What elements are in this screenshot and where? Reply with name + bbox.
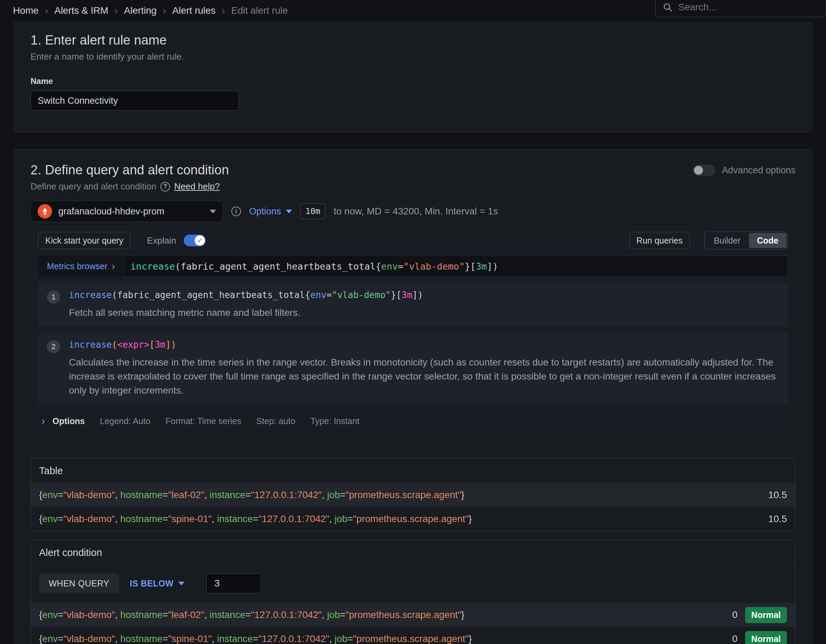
explain-toggle[interactable]: ✓ (184, 235, 206, 246)
state-badge: Normal (745, 631, 787, 644)
explain-text-2: Calculates the increase in the time seri… (69, 355, 779, 397)
name-label: Name (31, 76, 795, 86)
chevron-right-icon: › (45, 5, 48, 17)
table-panel: Table {env="vlab-demo", hostname="leaf-0… (31, 458, 795, 531)
datasource-name: grafanacloud-hhdev-prom (58, 206, 164, 217)
operator-dropdown[interactable]: IS BELOW (130, 579, 185, 588)
options-label: Options (249, 206, 281, 217)
advanced-options-toggle-group: Advanced options (693, 165, 795, 176)
breadcrumb-alerts-irm[interactable]: Alerts & IRM (54, 5, 108, 16)
explain-code-1: increase(fabric_agent_agent_heartbeats_t… (69, 290, 779, 300)
option-format: Format: Time series (166, 416, 241, 426)
breadcrumb-edit-alert-rule: Edit alert rule (231, 5, 288, 16)
step2-card: 2. Define query and alert condition Adva… (14, 149, 812, 644)
chevron-right-icon: › (163, 5, 166, 17)
explain-step-number: 1 (47, 291, 60, 303)
advanced-options-label: Advanced options (722, 165, 795, 176)
query-row: Metrics browser › increase(fabric_agent_… (38, 255, 788, 277)
time-range-badge[interactable]: 10m (300, 203, 325, 219)
run-queries-button[interactable]: Run queries (629, 232, 690, 249)
explain-text-1: Fetch all series matching metric name an… (69, 305, 779, 320)
operator-label: IS BELOW (130, 579, 174, 588)
chevron-down-icon (286, 210, 292, 214)
series-labels: {env="vlab-demo", hostname="leaf-02", in… (39, 609, 464, 620)
series-value: 10.5 (769, 489, 787, 500)
series-value: 0 (732, 633, 738, 644)
option-type: Type: Instant (311, 416, 360, 426)
when-query-chip[interactable]: WHEN QUERY (39, 573, 119, 593)
chevron-down-icon (210, 210, 216, 214)
chevron-right-icon: › (115, 5, 118, 17)
alert-result-row: {env="vlab-demo", hostname="spine-01", i… (31, 627, 795, 644)
metrics-browser-button[interactable]: Metrics browser › (38, 255, 124, 277)
alert-condition-controls: WHEN QUERY IS BELOW (31, 565, 795, 603)
step2-title: 2. Define query and alert condition (31, 163, 229, 178)
query-options-collapsed-row: › Options Legend: Auto Format: Time seri… (38, 415, 788, 427)
step1-subtitle: Enter a name to identify your alert rule… (31, 51, 795, 62)
builder-code-segmented-control: Builder Code (704, 232, 788, 249)
option-legend: Legend: Auto (100, 416, 150, 426)
chevron-right-icon: › (222, 5, 225, 17)
chevron-down-icon (178, 582, 185, 585)
step2-subtitle: Define query and alert condition (31, 181, 156, 192)
search-icon (663, 2, 673, 12)
breadcrumb-alert-rules[interactable]: Alert rules (172, 5, 216, 16)
kick-start-query-button[interactable]: Kick start your query (38, 232, 130, 249)
toggle-knob (694, 166, 703, 175)
info-circle-icon: i (231, 207, 241, 216)
breadcrumb: Home › Alerts & IRM › Alerting › Alert r… (13, 5, 288, 17)
option-step: Step: auto (256, 416, 295, 426)
series-value: 10.5 (769, 514, 787, 525)
promql-query-input[interactable]: increase(fabric_agent_agent_heartbeats_t… (124, 255, 788, 277)
table-row: {env="vlab-demo", hostname="spine-01", i… (31, 507, 795, 531)
breadcrumb-home[interactable]: Home (13, 5, 39, 16)
threshold-input[interactable] (206, 573, 261, 593)
query-toolbar: Kick start your query Explain ✓ Run quer… (38, 232, 788, 249)
breadcrumb-alerting[interactable]: Alerting (124, 5, 157, 16)
series-labels: {env="vlab-demo", hostname="spine-01", i… (39, 514, 472, 525)
explain-toggle-group: Explain ✓ (147, 235, 206, 246)
alert-result-row: {env="vlab-demo", hostname="leaf-02", in… (31, 603, 795, 627)
top-nav-bar: Home › Alerts & IRM › Alerting › Alert r… (0, 0, 826, 21)
series-value: 0 (732, 609, 738, 620)
explain-label: Explain (147, 235, 176, 246)
advanced-options-toggle[interactable] (693, 165, 715, 176)
alert-rule-name-input[interactable] (31, 91, 239, 111)
query-options-dropdown[interactable]: Options (249, 206, 292, 217)
metrics-browser-label: Metrics browser (47, 262, 107, 271)
options-collapse-label[interactable]: Options (53, 416, 85, 426)
step1-card: 1. Enter alert rule name Enter a name to… (14, 22, 812, 132)
toggle-check-icon: ✓ (195, 235, 205, 246)
table-panel-title: Table (31, 459, 795, 483)
search-input[interactable] (678, 2, 819, 13)
series-labels: {env="vlab-demo", hostname="leaf-02", in… (39, 489, 464, 500)
help-circle-icon: ? (160, 182, 170, 192)
step1-title: 1. Enter alert rule name (31, 33, 795, 48)
datasource-row: grafanacloud-hhdev-prom i Options 10m to… (31, 201, 795, 222)
state-badge: Normal (745, 607, 787, 623)
code-tab[interactable]: Code (749, 233, 787, 248)
search-box[interactable] (655, 0, 826, 17)
chevron-right-icon: › (112, 260, 115, 272)
chevron-right-icon[interactable]: › (42, 415, 45, 427)
explain-item-2: 2 increase(<expr>[3m]) Calculates the in… (38, 333, 788, 404)
builder-tab[interactable]: Builder (706, 233, 749, 248)
explain-code-2: increase(<expr>[3m]) (69, 339, 779, 350)
alert-condition-title: Alert condition (31, 540, 795, 565)
time-range-summary: to now, MD = 43200, Min. Interval = 1s (334, 206, 498, 217)
alert-condition-panel: Alert condition WHEN QUERY IS BELOW {env… (31, 540, 795, 644)
datasource-picker[interactable]: grafanacloud-hhdev-prom (31, 201, 223, 222)
table-row: {env="vlab-demo", hostname="leaf-02", in… (31, 483, 795, 507)
need-help-link[interactable]: Need help? (174, 181, 220, 192)
series-labels: {env="vlab-demo", hostname="spine-01", i… (39, 633, 472, 644)
explain-step-number: 2 (47, 340, 60, 353)
explain-item-1: 1 increase(fabric_agent_agent_heartbeats… (38, 283, 788, 327)
prometheus-icon (38, 204, 52, 218)
query-editor-body: Kick start your query Explain ✓ Run quer… (31, 225, 795, 437)
